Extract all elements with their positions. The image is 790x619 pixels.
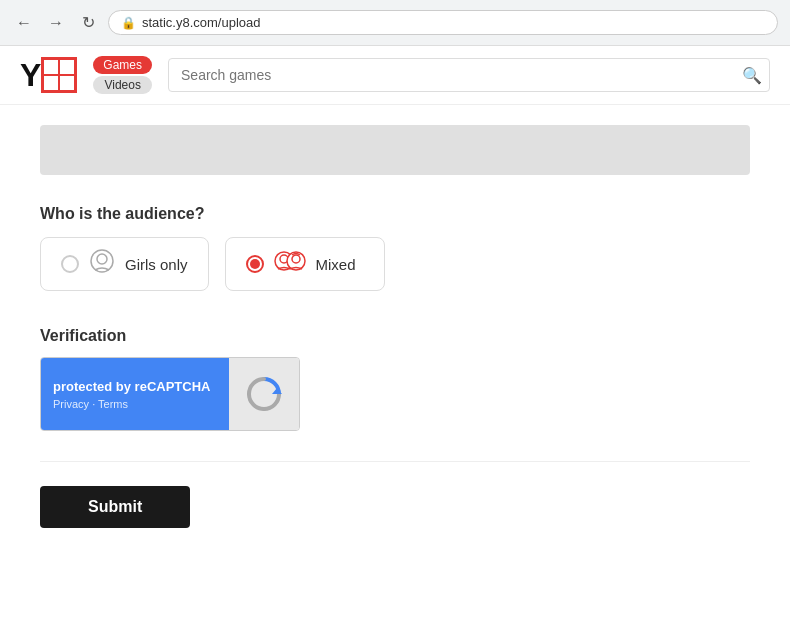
recaptcha-box[interactable]: protected by reCAPTCHA Privacy · Terms bbox=[40, 357, 300, 431]
audience-section: Who is the audience? Girls only bbox=[40, 205, 750, 291]
recaptcha-right bbox=[229, 358, 299, 430]
girls-only-radio[interactable] bbox=[61, 255, 79, 273]
recaptcha-links: Privacy · Terms bbox=[53, 398, 217, 410]
terms-link[interactable]: Terms bbox=[98, 398, 128, 410]
search-input[interactable] bbox=[168, 58, 770, 92]
audience-section-label: Who is the audience? bbox=[40, 205, 750, 223]
url-text: static.y8.com/upload bbox=[142, 15, 261, 30]
lock-icon: 🔒 bbox=[121, 16, 136, 30]
back-button[interactable]: ← bbox=[12, 11, 36, 35]
page-wrapper: Y Games Videos 🔍 Who is the audience? bbox=[0, 46, 790, 619]
mixed-icon bbox=[274, 248, 306, 280]
girls-only-label: Girls only bbox=[125, 256, 188, 273]
recaptcha-icon bbox=[244, 374, 284, 414]
mixed-label: Mixed bbox=[316, 256, 356, 273]
url-bar[interactable]: 🔒 static.y8.com/upload bbox=[108, 10, 778, 35]
logo: Y bbox=[20, 57, 77, 94]
search-icon-button[interactable]: 🔍 bbox=[742, 66, 762, 85]
refresh-button[interactable]: ↻ bbox=[76, 11, 100, 35]
search-wrapper: 🔍 bbox=[168, 58, 770, 92]
gray-bar bbox=[40, 125, 750, 175]
videos-nav-pill[interactable]: Videos bbox=[93, 76, 152, 94]
site-header: Y Games Videos 🔍 bbox=[0, 46, 790, 105]
verification-section: Verification protected by reCAPTCHA Priv… bbox=[40, 327, 750, 431]
divider bbox=[40, 461, 750, 462]
main-content: Who is the audience? Girls only bbox=[0, 105, 790, 568]
browser-chrome: ← → ↻ 🔒 static.y8.com/upload bbox=[0, 0, 790, 46]
girls-icon bbox=[89, 248, 115, 280]
mixed-option[interactable]: Mixed bbox=[225, 237, 385, 291]
recaptcha-title: protected by reCAPTCHA bbox=[53, 379, 217, 394]
search-icon: 🔍 bbox=[742, 67, 762, 84]
recaptcha-left: protected by reCAPTCHA Privacy · Terms bbox=[41, 358, 229, 430]
logo-8 bbox=[41, 57, 77, 93]
games-nav-pill[interactable]: Games bbox=[93, 56, 152, 74]
submit-button[interactable]: Submit bbox=[40, 486, 190, 528]
logo-y: Y bbox=[20, 57, 41, 94]
forward-button[interactable]: → bbox=[44, 11, 68, 35]
girls-only-option[interactable]: Girls only bbox=[40, 237, 209, 291]
nav-pills: Games Videos bbox=[93, 56, 152, 94]
svg-point-1 bbox=[97, 254, 107, 264]
privacy-link[interactable]: Privacy bbox=[53, 398, 89, 410]
mixed-radio[interactable] bbox=[246, 255, 264, 273]
audience-options: Girls only bbox=[40, 237, 750, 291]
verification-label: Verification bbox=[40, 327, 750, 345]
